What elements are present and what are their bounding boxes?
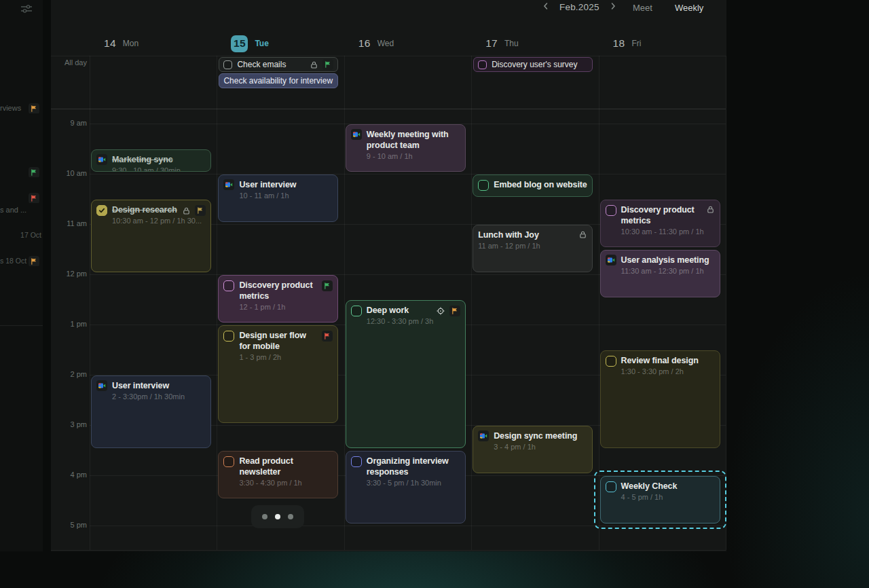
day-number: 16 — [358, 37, 371, 50]
grid-line — [51, 56, 726, 56]
event-time: 10:30 am - 12 pm / 1h 30... — [112, 217, 177, 225]
event-time: 1 - 3 pm / 2h — [239, 353, 317, 361]
nav-meet[interactable]: Meet — [633, 3, 652, 13]
event-time: 11:30 am - 12:30 pm / 1h — [621, 267, 715, 275]
event-body: Lunch with Joy11 am - 12 pm / 1h — [478, 229, 574, 250]
event-card[interactable]: Organizing interview responses3:30 - 5 p… — [346, 451, 466, 523]
checkbox-icon[interactable] — [478, 180, 489, 191]
checkbox-icon[interactable] — [223, 456, 234, 467]
event-card[interactable]: Design research10:30 am - 12 pm / 1h 30.… — [91, 200, 211, 272]
time-label: 4 pm — [51, 471, 87, 479]
event-card[interactable]: User analysis meeting11:30 am - 12:30 pm… — [600, 250, 720, 297]
checkbox-icon[interactable] — [223, 331, 234, 342]
event-time: 12:30 - 3:30 pm / 3h — [367, 317, 431, 325]
page-dot-1[interactable] — [262, 514, 267, 519]
flag-green-icon — [29, 167, 39, 177]
checkbox-icon[interactable] — [606, 481, 616, 492]
filters-button[interactable] — [18, 3, 35, 16]
event-card[interactable]: Design user flow for mobile1 - 3 pm / 2h — [218, 325, 338, 423]
event-card[interactable]: Lunch with Joy11 am - 12 pm / 1h — [473, 225, 593, 272]
all-day-task[interactable]: Check emails — [219, 57, 338, 72]
event-title: Weekly Check — [621, 481, 715, 492]
sidebar-item-fragment[interactable]: 17 Oct — [0, 229, 43, 240]
day-header-tue[interactable]: 15Tue — [217, 33, 268, 54]
desktop-background: { "header": { "month": "Feb.2025", "nav_… — [0, 0, 869, 588]
sidebar-item-fragment[interactable] — [0, 166, 43, 177]
event-card[interactable]: Marketing sync9:30 - 10 am / 30min — [91, 149, 211, 172]
event-time: 3:30 - 4:30 pm / 1h — [239, 479, 333, 487]
event-card[interactable]: User interview2 - 3:30pm / 1h 30min — [91, 375, 211, 448]
event-time: 11 am - 12 pm / 1h — [478, 242, 574, 250]
event-title: Embed blog on website — [494, 179, 587, 190]
flag-red-icon — [322, 331, 333, 342]
sidebar-item-fragment[interactable] — [0, 192, 43, 203]
event-time: 1:30 - 3:30 pm / 2h — [621, 367, 715, 375]
event-body: Marketing sync9:30 - 10 am / 30min — [112, 154, 206, 172]
page-dot-2[interactable] — [275, 514, 280, 519]
event-trailing-icons — [310, 59, 333, 70]
crosshair-icon — [436, 306, 445, 316]
event-title: Design sync meeting — [494, 430, 587, 441]
event-body: Review final design1:30 - 3:30 pm / 2h — [621, 355, 715, 375]
prev-month-button[interactable] — [541, 2, 551, 12]
time-label: 10 am — [51, 169, 87, 177]
day-header-thu[interactable]: 17Thu — [471, 33, 519, 54]
time-label: 1 pm — [51, 320, 87, 328]
event-body: Embed blog on website — [494, 179, 587, 190]
day-number: 17 — [485, 37, 498, 50]
checkbox-icon[interactable] — [223, 280, 234, 291]
sidebar-item-fragment[interactable]: rviews — [0, 103, 43, 113]
month-label: Feb.2025 — [559, 2, 599, 12]
event-body: Discovery product metrics10:30 am - 11:3… — [621, 204, 701, 236]
event-time: 10 - 11 am / 1h — [239, 191, 333, 200]
checkbox-icon[interactable] — [96, 205, 107, 216]
event-card[interactable]: Read product newsletter3:30 - 4:30 pm / … — [218, 451, 338, 498]
event-trailing-icons — [322, 280, 333, 291]
sidebar-item-fragment[interactable]: s 18 Oct — [0, 255, 43, 266]
event-card[interactable]: Deep work12:30 - 3:30 pm / 3h — [346, 300, 466, 448]
day-name-label: Mon — [123, 39, 138, 48]
event-body: User interview2 - 3:30pm / 1h 30min — [112, 380, 206, 401]
chevron-right-icon — [610, 2, 616, 12]
event-time: 12 - 1 pm / 1h — [239, 303, 317, 311]
page-dot-3[interactable] — [288, 514, 293, 519]
flag-orange-icon — [29, 103, 39, 113]
event-card[interactable]: Weekly Check4 - 5 pm / 1h — [600, 476, 720, 523]
time-label: 5 pm — [51, 521, 87, 529]
time-label: 3 pm — [51, 420, 87, 428]
event-card[interactable]: Review final design1:30 - 3:30 pm / 2h — [600, 350, 720, 448]
day-header-wed[interactable]: 16Wed — [344, 33, 394, 54]
all-day-pill[interactable]: Check availability for interview — [219, 73, 338, 88]
event-trailing-icons — [706, 204, 715, 214]
event-title: Review final design — [621, 355, 715, 366]
event-time: 2 - 3:30pm / 1h 30min — [112, 392, 206, 401]
checkbox-icon[interactable] — [478, 60, 487, 69]
checkbox-icon[interactable] — [351, 456, 362, 467]
month-navigation: Feb.2025 — [541, 2, 618, 12]
event-card[interactable]: User interview10 - 11 am / 1h — [218, 174, 338, 222]
next-month-button[interactable] — [608, 2, 618, 12]
flag-orange-icon — [29, 256, 39, 266]
event-trailing-icons — [578, 229, 587, 239]
grid-line — [51, 550, 726, 551]
checkbox-icon[interactable] — [351, 306, 362, 316]
checkbox-icon[interactable] — [606, 205, 616, 216]
event-card[interactable]: Weekly meeting with product team9 - 10 a… — [346, 124, 466, 172]
sidebar-fragment-text: rviews — [0, 104, 21, 112]
checkbox-icon[interactable] — [606, 356, 616, 367]
event-trailing-icons — [182, 204, 206, 216]
flag-olive-icon — [195, 205, 206, 216]
event-card[interactable]: Discovery product metrics12 - 1 pm / 1h — [218, 275, 338, 323]
nav-weekly[interactable]: Weekly — [675, 3, 703, 13]
event-body: Design sync meeting3 - 4 pm / 1h — [494, 430, 587, 451]
checkbox-icon[interactable] — [223, 60, 232, 69]
day-header-mon[interactable]: 14Mon — [90, 33, 138, 54]
event-card[interactable]: Embed blog on website — [473, 174, 593, 197]
day-number: 14 — [104, 37, 116, 50]
all-day-task[interactable]: Discovery user's survey — [473, 57, 593, 72]
event-card[interactable]: Discovery product metrics10:30 am - 11:3… — [600, 200, 720, 247]
sidebar-item-fragment[interactable]: s and ... — [0, 204, 43, 215]
event-title: Deep work — [367, 305, 431, 316]
event-card[interactable]: Design sync meeting3 - 4 pm / 1h — [473, 426, 593, 473]
day-header-fri[interactable]: 18Fri — [599, 33, 642, 54]
